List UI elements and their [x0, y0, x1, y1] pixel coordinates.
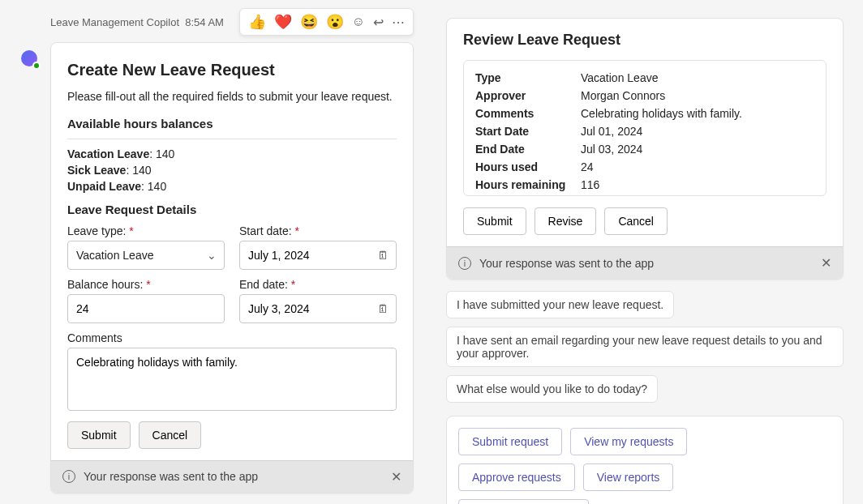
- action-approve-requests[interactable]: Approve requests: [458, 463, 575, 491]
- create-leave-card: Create New Leave Request Please fill-out…: [50, 42, 414, 493]
- action-view-my-requests[interactable]: View my requests: [570, 428, 687, 455]
- review-details: TypeVacation Leave ApproverMorgan Connor…: [463, 60, 827, 196]
- action-ask-policy-questions[interactable]: Ask policy questions: [458, 499, 589, 504]
- details-label: Leave Request Details: [67, 203, 397, 216]
- toast-text: Your response was sent to the app: [479, 257, 654, 270]
- reaction-heart[interactable]: ❤️: [274, 13, 292, 31]
- presence-icon: [32, 62, 41, 70]
- suggested-actions: Submit request View my requests Approve …: [446, 416, 844, 504]
- card-intro: Please fill-out all the required fields …: [67, 89, 397, 105]
- reaction-thumbs-up[interactable]: 👍: [248, 13, 266, 31]
- reaction-laugh[interactable]: 😆: [300, 13, 318, 31]
- balance-hours-label: Balance hours: *: [67, 278, 225, 291]
- start-date-input[interactable]: [239, 241, 397, 270]
- review-title: Review Leave Request: [463, 32, 827, 49]
- bot-message: I have submitted your new leave request.: [446, 291, 674, 318]
- response-sent-toast: i Your response was sent to the app ✕: [51, 460, 413, 493]
- start-date-label: Start date: *: [239, 224, 397, 237]
- bot-message: I have sent an email regarding your new …: [446, 327, 844, 367]
- review-submit-button[interactable]: Submit: [463, 207, 526, 235]
- end-date-label: End date: *: [239, 278, 397, 291]
- reaction-surprised[interactable]: 😮: [326, 13, 344, 31]
- review-leave-card: Review Leave Request TypeVacation Leave …: [446, 18, 844, 280]
- balance-hours-input[interactable]: [67, 294, 225, 323]
- add-reaction-icon[interactable]: ☺: [352, 15, 365, 29]
- info-icon: i: [458, 257, 471, 270]
- info-icon: i: [62, 470, 75, 483]
- comments-label: Comments: [67, 331, 397, 344]
- bot-timestamp: 8:54 AM: [185, 16, 224, 28]
- card-title: Create New Leave Request: [67, 61, 397, 79]
- toast-text: Your response was sent to the app: [84, 470, 258, 483]
- cancel-button[interactable]: Cancel: [139, 421, 202, 449]
- review-cancel-button[interactable]: Cancel: [604, 207, 668, 235]
- submit-button[interactable]: Submit: [67, 421, 131, 449]
- reactions-bar: 👍 ❤️ 😆 😮 ☺ ↩ ⋯: [239, 8, 414, 36]
- leave-type-select[interactable]: Vacation Leave: [67, 241, 225, 270]
- more-icon[interactable]: ⋯: [392, 15, 405, 30]
- review-toast: i Your response was sent to the app ✕: [447, 246, 843, 279]
- reply-icon[interactable]: ↩: [373, 15, 384, 30]
- action-view-reports[interactable]: View reports: [583, 463, 674, 491]
- bot-name: Leave Management Copilot: [50, 16, 179, 28]
- review-revise-button[interactable]: Revise: [535, 207, 597, 235]
- leave-type-label: Leave type: *: [67, 224, 225, 237]
- close-icon[interactable]: ✕: [391, 469, 401, 485]
- balances-list: Vacation Leave: 140 Sick Leave: 140 Unpa…: [67, 147, 397, 193]
- bot-message: What else would you like to do today?: [446, 375, 658, 403]
- bot-meta: Leave Management Copilot 8:54 AM: [50, 16, 224, 28]
- close-icon[interactable]: ✕: [821, 255, 831, 271]
- balances-label: Available hours balances: [67, 117, 397, 130]
- end-date-input[interactable]: [239, 294, 397, 323]
- comments-textarea[interactable]: [67, 348, 397, 411]
- action-submit-request[interactable]: Submit request: [458, 428, 562, 455]
